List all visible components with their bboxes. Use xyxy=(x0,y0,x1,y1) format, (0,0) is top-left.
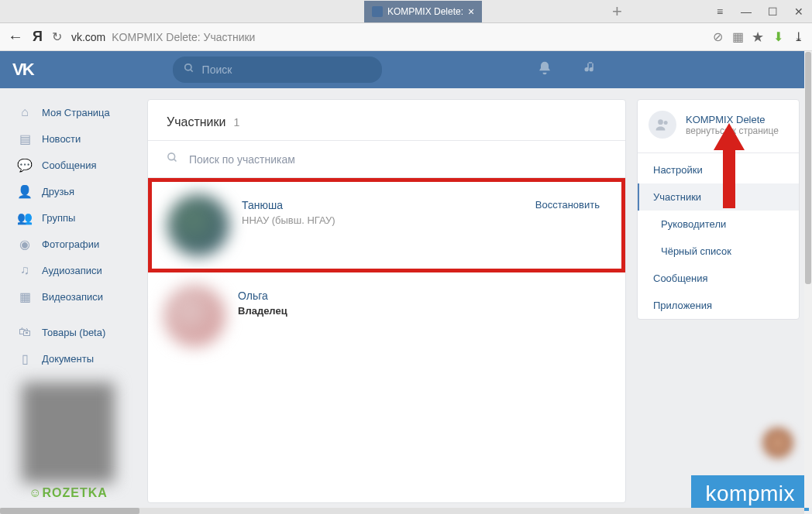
vk-search[interactable] xyxy=(173,57,382,83)
svg-point-2 xyxy=(168,153,175,160)
ad-brand: ☺ROZETKA xyxy=(14,486,122,500)
headphones-icon: ♫ xyxy=(17,262,33,278)
menu-members[interactable]: Участники xyxy=(638,183,799,211)
floating-avatar[interactable] xyxy=(762,427,793,458)
bag-icon: 🛍 xyxy=(17,324,33,340)
nav-photos[interactable]: ◉Фотографии xyxy=(12,231,136,257)
vk-logo[interactable]: VK xyxy=(12,60,33,80)
member-row: Ольга Владелец xyxy=(148,272,625,359)
groups-icon: 👥 xyxy=(17,210,33,225)
menu-blacklist[interactable]: Чёрный список xyxy=(638,238,799,265)
ad-block[interactable]: ☺ROZETKA xyxy=(14,382,122,506)
panel-count: 1 xyxy=(233,116,239,128)
avatar[interactable] xyxy=(163,285,225,347)
menu-settings[interactable]: Настройки xyxy=(638,156,799,183)
settings-menu: Настройки Участники Руководители Чёрный … xyxy=(638,156,799,319)
new-tab-button[interactable]: + xyxy=(612,2,622,22)
members-panel: Участники 1 Танюша ННАУ (бывш. НГАУ) Вос… xyxy=(147,99,626,503)
friend-icon: 👤 xyxy=(17,183,33,199)
group-header[interactable]: KOMPMIX Delete вернуться к странице xyxy=(638,100,799,149)
group-title: KOMPMIX Delete xyxy=(686,114,779,125)
address-bar[interactable]: vk.com KOMPMIX Delete: Участники xyxy=(71,31,702,43)
panel-title: Участники xyxy=(167,115,225,129)
menu-managers[interactable]: Руководители xyxy=(638,211,799,238)
search-icon xyxy=(184,63,194,77)
notifications-icon[interactable] xyxy=(537,60,552,80)
vk-header: VK xyxy=(0,51,812,88)
nav-groups[interactable]: 👥Группы xyxy=(12,204,136,231)
panel-header: Участники 1 xyxy=(148,100,625,141)
tab-title: KOMPMIX Delete: xyxy=(387,6,463,17)
yandex-logo[interactable]: Я xyxy=(33,29,43,45)
member-subtitle: ННАУ (бывш. НГАУ) xyxy=(242,214,523,226)
svg-line-3 xyxy=(174,159,176,161)
camera-icon: ◉ xyxy=(17,236,33,252)
bookmark-star-icon[interactable]: ★ xyxy=(752,31,764,43)
close-tab-icon[interactable]: × xyxy=(468,5,474,18)
panel-search[interactable] xyxy=(148,141,625,178)
nav-friends[interactable]: 👤Друзья xyxy=(12,178,136,204)
url-title: KOMPMIX Delete: Участники xyxy=(112,31,255,43)
group-subtitle-link[interactable]: вернуться к странице xyxy=(686,125,779,136)
video-icon: ▦ xyxy=(17,289,33,304)
nav-my-page[interactable]: ⌂Моя Страница xyxy=(12,99,136,125)
music-icon[interactable] xyxy=(583,60,597,80)
member-row: Танюша ННАУ (бывш. НГАУ) Восстановить xyxy=(148,178,625,272)
home-icon: ⌂ xyxy=(17,105,33,120)
nav-messages[interactable]: 💬Сообщения xyxy=(12,152,136,178)
member-role: Владелец xyxy=(238,305,610,317)
menu-messages[interactable]: Сообщения xyxy=(638,265,799,292)
download-arrow-icon[interactable]: ⬇ xyxy=(772,31,784,43)
browser-tab-active[interactable]: KOMPMIX Delete: × xyxy=(364,1,482,22)
close-window-icon[interactable]: ✕ xyxy=(793,6,804,17)
nav-docs[interactable]: ▯Документы xyxy=(12,345,136,372)
browser-toolbar: ← Я ↻ vk.com KOMPMIX Delete: Участники ⊘… xyxy=(0,23,812,51)
doc-icon: ▯ xyxy=(17,351,33,366)
horizontal-scrollbar[interactable] xyxy=(0,508,804,514)
message-icon: 💬 xyxy=(17,157,33,173)
maximize-icon[interactable]: ☐ xyxy=(767,6,778,17)
menu-icon[interactable]: ≡ xyxy=(714,6,725,17)
group-card: KOMPMIX Delete вернуться к странице Наст… xyxy=(637,99,800,320)
member-list: Танюша ННАУ (бывш. НГАУ) Восстановить Ол… xyxy=(148,178,625,359)
nav-audio[interactable]: ♫Аудиозаписи xyxy=(12,257,136,283)
nav-market[interactable]: 🛍Товары (beta) xyxy=(12,319,136,345)
nav-news[interactable]: ▤Новости xyxy=(12,125,136,152)
member-name[interactable]: Ольга xyxy=(238,290,610,302)
vk-content: ⌂Моя Страница ▤Новости 💬Сообщения 👤Друзь… xyxy=(0,88,812,514)
news-icon: ▤ xyxy=(17,131,33,146)
browser-tab-strip: KOMPMIX Delete: × + ≡ — ☐ ✕ xyxy=(0,0,812,23)
vk-favicon xyxy=(372,6,383,17)
vertical-scrollbar[interactable] xyxy=(804,51,812,508)
url-domain: vk.com xyxy=(71,31,105,43)
downloads-icon[interactable]: ⤓ xyxy=(792,31,804,43)
member-name[interactable]: Танюша xyxy=(242,199,523,211)
search-icon xyxy=(167,152,178,166)
ad-image xyxy=(22,382,115,483)
nav-video[interactable]: ▦Видеозаписи xyxy=(12,283,136,310)
avatar[interactable] xyxy=(167,194,229,256)
minimize-icon[interactable]: — xyxy=(741,6,752,17)
menu-apps[interactable]: Приложения xyxy=(638,292,799,319)
svg-point-0 xyxy=(184,64,191,70)
vk-search-input[interactable] xyxy=(202,63,371,76)
window-controls: ≡ — ☐ ✕ xyxy=(714,6,804,17)
members-search-input[interactable] xyxy=(189,153,607,166)
back-button[interactable]: ← xyxy=(8,28,23,46)
watermark: kompmix xyxy=(691,475,809,511)
svg-point-4 xyxy=(658,119,663,125)
reload-button[interactable]: ↻ xyxy=(52,29,62,44)
group-avatar-icon xyxy=(649,111,676,139)
svg-line-1 xyxy=(190,70,192,72)
restore-link[interactable]: Восстановить xyxy=(535,194,606,211)
ssl-icon[interactable]: ⊘ xyxy=(711,31,724,43)
svg-point-5 xyxy=(664,121,668,125)
lock-icon[interactable]: ▦ xyxy=(731,31,744,43)
